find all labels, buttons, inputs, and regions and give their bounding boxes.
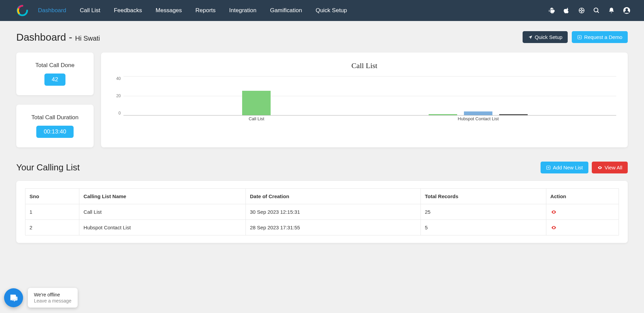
help-icon[interactable] <box>578 7 585 14</box>
total-calls-label: Total Call Done <box>22 62 87 69</box>
nav-feedbacks[interactable]: Feedbacks <box>114 7 142 14</box>
calling-list-table: SnoCalling List NameDate of CreationTota… <box>25 188 619 235</box>
calling-list-header: Your Calling List Add New List View All <box>16 162 628 173</box>
svg-point-19 <box>553 211 554 212</box>
total-duration-value: 00:13:40 <box>36 126 74 138</box>
quick-setup-button[interactable]: Quick Setup <box>523 31 568 43</box>
svg-point-18 <box>600 167 600 168</box>
y-tick: 40 <box>111 76 121 81</box>
chart-bar <box>429 114 457 115</box>
table-row: 2Hubspot Contact List28 Sep 2023 17:31:5… <box>25 220 619 235</box>
calling-list-title: Your Calling List <box>16 162 80 173</box>
svg-point-0 <box>551 8 551 9</box>
nav-links: DashboardCall ListFeedbacksMessagesRepor… <box>38 7 347 14</box>
x-label: Call List <box>249 116 264 121</box>
total-duration-label: Total Call Duration <box>22 114 87 121</box>
plus-square-icon <box>546 165 551 170</box>
table-header: Sno <box>25 189 79 204</box>
user-icon[interactable] <box>623 7 630 14</box>
view-all-button[interactable]: View All <box>592 162 628 173</box>
svg-point-11 <box>625 8 628 11</box>
chart-bar <box>499 114 528 115</box>
nav-reports[interactable]: Reports <box>195 7 216 14</box>
total-duration-card: Total Call Duration 00:13:40 <box>16 105 94 147</box>
table-header: Action <box>546 189 619 204</box>
svg-line-9 <box>598 12 599 13</box>
page-header: Dashboard - Hi Swati Quick Setup Request… <box>16 31 628 43</box>
chart-bar <box>242 91 271 115</box>
page-title: Dashboard - Hi Swati <box>16 32 100 43</box>
svg-point-1 <box>552 8 553 9</box>
bell-icon[interactable] <box>608 7 615 14</box>
add-new-list-button[interactable]: Add New List <box>541 162 588 173</box>
chart-title: Call List <box>111 61 618 70</box>
chart-area: 40200 Call ListHubspot Contact List <box>111 76 618 124</box>
plus-square-icon <box>577 35 582 40</box>
chart-bar <box>464 111 492 116</box>
nav-icons <box>548 7 630 14</box>
nav-integration[interactable]: Integration <box>229 7 256 14</box>
app-logo <box>16 4 28 17</box>
table-row: 1Call List30 Sep 2023 12:15:3125 <box>25 204 619 220</box>
view-row-icon[interactable] <box>550 209 614 215</box>
android-icon[interactable] <box>548 7 555 14</box>
svg-point-20 <box>553 227 554 228</box>
y-tick: 20 <box>111 93 121 98</box>
nav-messages[interactable]: Messages <box>156 7 182 14</box>
cursor-icon <box>528 35 533 40</box>
table-header: Date of Creation <box>246 189 421 204</box>
nav-quick-setup[interactable]: Quick Setup <box>316 7 347 14</box>
table-header: Calling List Name <box>79 189 246 204</box>
nav-gamification[interactable]: Gamification <box>270 7 302 14</box>
chart-card: Call List 40200 Call ListHubspot Contact… <box>101 53 628 147</box>
apple-icon[interactable] <box>563 7 570 14</box>
x-label: Hubspot Contact List <box>458 116 499 121</box>
calling-list-table-card: SnoCalling List NameDate of CreationTota… <box>16 181 628 243</box>
total-calls-card: Total Call Done 42 <box>16 53 94 95</box>
search-icon[interactable] <box>593 7 600 14</box>
request-demo-button[interactable]: Request a Demo <box>572 31 628 43</box>
svg-point-3 <box>581 10 583 12</box>
eye-icon <box>597 165 603 170</box>
navbar: DashboardCall ListFeedbacksMessagesRepor… <box>0 0 644 21</box>
total-calls-value: 42 <box>44 74 66 86</box>
view-row-icon[interactable] <box>550 225 614 230</box>
y-tick: 0 <box>111 111 121 116</box>
nav-dashboard[interactable]: Dashboard <box>38 7 66 14</box>
table-header: Total Records <box>421 189 546 204</box>
svg-point-8 <box>594 8 598 12</box>
nav-call-list[interactable]: Call List <box>80 7 100 14</box>
